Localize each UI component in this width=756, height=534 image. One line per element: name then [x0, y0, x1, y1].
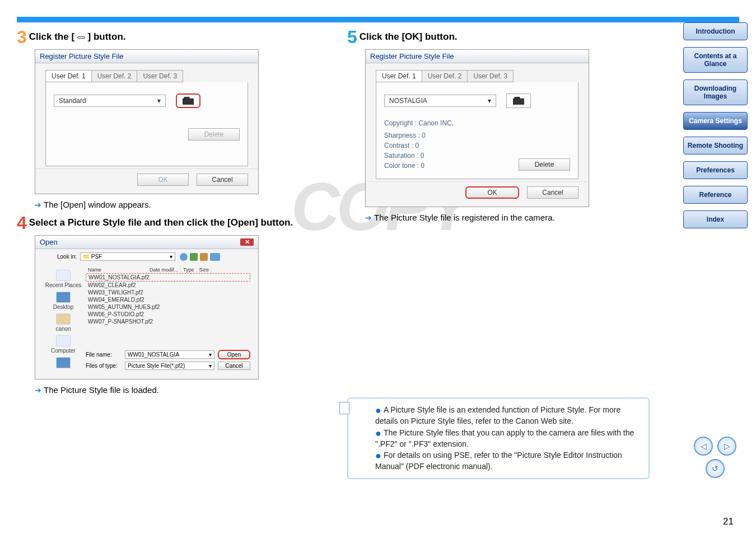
delete-button[interactable]: Delete	[188, 128, 240, 140]
open-file-dialog: Open ✕ Look in: 📁 PSF▾ Recent Pla	[35, 235, 259, 380]
tab-user-def-1[interactable]: User Def. 1	[376, 70, 422, 82]
bullet-icon: ●	[375, 450, 381, 461]
cancel-button[interactable]: Cancel	[527, 186, 578, 199]
file-name-input[interactable]: WW01_NOSTALGIA▾	[125, 350, 214, 359]
back-icon[interactable]	[180, 253, 188, 261]
arrow-right-icon: ➔	[35, 200, 41, 209]
open-file-icon-button[interactable]	[506, 93, 531, 108]
tab-user-def-2[interactable]: User Def. 2	[422, 70, 468, 82]
style-params: Sharpness : 0 Contrast : 0 Saturation : …	[384, 130, 426, 171]
page-nav-circles: ◁ ▷ ↺	[694, 437, 736, 478]
cancel-file-button[interactable]: Cancel	[218, 362, 250, 370]
canon-folder-icon[interactable]	[56, 313, 71, 325]
file-item[interactable]: WW02_CLEAR.pf2	[86, 282, 250, 289]
step-5-text: Click the [OK] button.	[360, 28, 458, 43]
open-dialog-title: Open	[40, 238, 58, 246]
register-style-dialog-1: Register Picture Style File User Def. 1 …	[35, 49, 259, 194]
step-5-result: ➔The Picture Style file is registered in…	[365, 213, 666, 222]
note-doc-icon	[339, 402, 349, 414]
open-file-icon-button[interactable]	[176, 93, 200, 108]
file-list-header: Name Date modif... Type Size	[86, 266, 250, 273]
step-3-number: 3	[17, 28, 27, 46]
copyright-text: Copyright : Canon INC.	[384, 119, 570, 127]
cancel-button[interactable]: Cancel	[197, 174, 248, 186]
step-4-result: ➔The Picture Style file is loaded.	[35, 385, 336, 395]
file-name-label: File name:	[86, 352, 125, 358]
arrow-right-icon: ➔	[35, 386, 41, 395]
style-dropdown[interactable]: Standard▾	[54, 95, 166, 107]
info-note-box: ●A Picture Style file is an extended fun…	[347, 397, 650, 479]
return-icon[interactable]: ↺	[706, 459, 725, 478]
prev-page-icon[interactable]: ◁	[694, 437, 713, 456]
bullet-icon: ●	[375, 428, 381, 439]
step-3-text: Click the [ ] button.	[29, 28, 126, 43]
folder-open-icon	[77, 36, 85, 39]
close-icon[interactable]: ✕	[240, 238, 254, 246]
step-4-number: 4	[17, 214, 27, 232]
network-icon[interactable]	[56, 357, 71, 368]
register-style-dialog-2: Register Picture Style File User Def. 1 …	[365, 49, 589, 207]
up-icon[interactable]	[190, 253, 198, 261]
dialog-title: Register Picture Style File	[366, 50, 589, 63]
new-folder-icon[interactable]	[200, 253, 208, 261]
dialog-title: Register Picture Style File	[35, 50, 258, 63]
bullet-icon: ●	[375, 405, 381, 416]
step-5-number: 5	[347, 28, 357, 46]
file-item[interactable]: WW03_TWILIGHT.pf2	[86, 289, 250, 296]
nav-reference[interactable]: Reference	[683, 186, 748, 204]
nav-remote-shooting[interactable]: Remote Shooting	[683, 137, 748, 154]
arrow-right-icon: ➔	[365, 213, 372, 222]
file-item[interactable]: WW04_EMERALD.pf2	[86, 296, 250, 303]
nav-contents[interactable]: Contents at a Glance	[683, 47, 748, 73]
ok-button[interactable]: OK	[465, 186, 519, 199]
nav-preferences[interactable]: Preferences	[683, 161, 748, 179]
ok-button[interactable]: OK	[137, 174, 189, 186]
style-dropdown[interactable]: NOSTALGIA▾	[384, 95, 496, 107]
computer-icon[interactable]	[56, 335, 71, 346]
step-3-result: ➔The [Open] window appears.	[35, 200, 336, 209]
view-menu-icon[interactable]	[210, 253, 220, 261]
nav-sidebar: Introduction Contents at a Glance Downlo…	[683, 22, 748, 235]
file-item[interactable]: WW05_AUTUMN_HUES.pf2	[86, 303, 250, 311]
nav-introduction[interactable]: Introduction	[683, 22, 748, 40]
nav-camera-settings[interactable]: Camera Settings	[683, 112, 748, 130]
look-in-select[interactable]: 📁 PSF▾	[80, 252, 175, 261]
tab-user-def-1[interactable]: User Def. 1	[45, 70, 92, 82]
file-item[interactable]: WW06_P-STUDIO.pf2	[86, 311, 250, 318]
tab-user-def-2[interactable]: User Def. 2	[91, 70, 138, 82]
file-item[interactable]: WW01_NOSTALGIA.pf2	[86, 273, 250, 282]
nav-index[interactable]: Index	[683, 210, 748, 228]
page-number: 21	[723, 516, 734, 527]
tab-user-def-3[interactable]: User Def. 3	[467, 70, 514, 82]
file-type-label: Files of type:	[86, 363, 125, 369]
nav-downloading[interactable]: Downloading Images	[683, 79, 748, 105]
recent-places-icon[interactable]	[56, 270, 71, 281]
step-4-text: Select a Picture Style file and then cli…	[29, 214, 293, 228]
desktop-icon[interactable]	[56, 292, 71, 303]
file-type-select[interactable]: Picture Style File(*.pf2)▾	[125, 362, 214, 370]
file-item[interactable]: WW07_P-SNAPSHOT.pf2	[86, 318, 250, 325]
open-button[interactable]: Open	[218, 350, 250, 359]
next-page-icon[interactable]: ▷	[717, 437, 736, 456]
look-in-label: Look in:	[40, 254, 80, 260]
tab-user-def-3[interactable]: User Def. 3	[137, 70, 183, 82]
page-top-bar	[17, 17, 739, 22]
delete-button[interactable]: Delete	[519, 158, 570, 171]
